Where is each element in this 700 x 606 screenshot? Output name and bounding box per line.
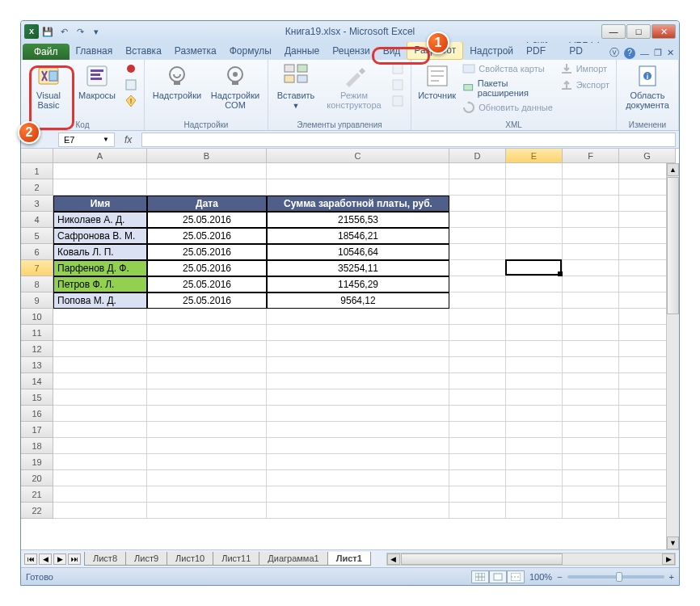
- cell-B17[interactable]: [147, 422, 267, 438]
- cell-D19[interactable]: [449, 454, 506, 470]
- cell-D5[interactable]: [449, 228, 506, 244]
- cell-A20[interactable]: [53, 470, 147, 486]
- cell-B2[interactable]: [147, 179, 267, 196]
- sheet-nav-last[interactable]: ⏭: [68, 553, 81, 565]
- row-header-21[interactable]: 21: [21, 486, 53, 503]
- sheet-nav-first[interactable]: ⏮: [24, 553, 37, 565]
- cell-D10[interactable]: [449, 309, 506, 325]
- scroll-up-button[interactable]: ▲: [667, 163, 679, 176]
- scroll-right-button[interactable]: ▶: [662, 553, 675, 565]
- close-button[interactable]: ✕: [652, 24, 676, 39]
- cell-E4[interactable]: [506, 212, 563, 228]
- cell-F4[interactable]: [563, 212, 619, 228]
- cell-B6[interactable]: 25.05.2016: [147, 244, 267, 260]
- cell-F12[interactable]: [563, 341, 619, 357]
- cell-A6[interactable]: Коваль Л. П.: [53, 244, 147, 260]
- name-box[interactable]: E7 ▼: [58, 133, 115, 147]
- undo-button[interactable]: ↶: [57, 24, 71, 39]
- row-header-17[interactable]: 17: [21, 422, 53, 438]
- wb-restore[interactable]: ❐: [654, 48, 662, 58]
- cell-B20[interactable]: [147, 470, 267, 486]
- insert-controls-button[interactable]: Вставить ▼: [273, 61, 318, 112]
- cell-B5[interactable]: 25.05.2016: [147, 228, 267, 244]
- row-header-9[interactable]: 9: [21, 292, 53, 309]
- row-header-13[interactable]: 13: [21, 357, 53, 373]
- tab-layout[interactable]: Разметка: [168, 43, 223, 60]
- cell-F2[interactable]: [563, 179, 619, 196]
- zoom-level[interactable]: 100%: [529, 572, 552, 582]
- help-button[interactable]: ?: [624, 48, 635, 59]
- cell-E22[interactable]: [506, 503, 563, 519]
- cell-B22[interactable]: [147, 503, 267, 519]
- cell-F18[interactable]: [563, 438, 619, 454]
- zoom-out-button[interactable]: −: [557, 572, 562, 582]
- cell-A19[interactable]: [53, 454, 147, 470]
- ribbon-min-icon[interactable]: ⓥ: [609, 46, 619, 60]
- cell-D4[interactable]: [449, 212, 506, 228]
- cell-C11[interactable]: [267, 325, 449, 341]
- cell-A4[interactable]: Николаев А. Д.: [53, 212, 147, 228]
- cell-C3[interactable]: Сумма заработной платы, руб.: [267, 196, 449, 212]
- cell-B16[interactable]: [147, 406, 267, 422]
- cell-E1[interactable]: [506, 163, 563, 179]
- cell-E17[interactable]: [506, 422, 563, 438]
- cell-F13[interactable]: [563, 357, 619, 373]
- column-header-F[interactable]: F: [563, 149, 619, 163]
- cell-C8[interactable]: 11456,29: [267, 276, 449, 292]
- cell-B18[interactable]: [147, 438, 267, 454]
- cell-E12[interactable]: [506, 341, 563, 357]
- cell-C9[interactable]: 9564,12: [267, 292, 449, 309]
- tab-addins[interactable]: Надстрой: [463, 43, 520, 60]
- run-dialog-button[interactable]: [390, 94, 406, 108]
- cell-E13[interactable]: [506, 357, 563, 373]
- cell-D1[interactable]: [449, 163, 506, 179]
- properties-button[interactable]: [390, 61, 406, 76]
- cell-F9[interactable]: [563, 292, 619, 309]
- column-header-E[interactable]: E: [506, 149, 563, 163]
- cell-B19[interactable]: [147, 454, 267, 470]
- cell-C5[interactable]: 18546,21: [267, 228, 449, 244]
- cell-E7[interactable]: [506, 260, 563, 276]
- cell-B11[interactable]: [147, 325, 267, 341]
- cell-A2[interactable]: [53, 179, 147, 196]
- cell-C19[interactable]: [267, 454, 449, 470]
- scroll-left-button[interactable]: ◀: [387, 553, 400, 565]
- cell-E10[interactable]: [506, 309, 563, 325]
- tab-view[interactable]: Вид: [377, 43, 407, 60]
- cell-B10[interactable]: [147, 309, 267, 325]
- cell-C16[interactable]: [267, 406, 449, 422]
- cell-D2[interactable]: [449, 179, 506, 196]
- sheet-nav-next[interactable]: ▶: [53, 553, 66, 565]
- macros-button[interactable]: Макросы: [74, 61, 120, 102]
- cell-E15[interactable]: [506, 389, 563, 406]
- design-mode-button[interactable]: Режим конструктора: [322, 61, 386, 112]
- select-all-corner[interactable]: [21, 149, 53, 163]
- wb-close[interactable]: ✕: [667, 48, 674, 58]
- row-header-3[interactable]: 3: [21, 196, 53, 212]
- sheet-tab-Лист8[interactable]: Лист8: [84, 552, 126, 566]
- cell-D8[interactable]: [449, 276, 506, 292]
- cell-D20[interactable]: [449, 470, 506, 486]
- cell-E20[interactable]: [506, 470, 563, 486]
- cell-B13[interactable]: [147, 357, 267, 373]
- cell-F6[interactable]: [563, 244, 619, 260]
- cell-F17[interactable]: [563, 422, 619, 438]
- cell-D3[interactable]: [449, 196, 506, 212]
- cell-C6[interactable]: 10546,64: [267, 244, 449, 260]
- cell-E16[interactable]: [506, 406, 563, 422]
- file-tab[interactable]: Файл: [23, 44, 70, 60]
- cell-C21[interactable]: [267, 486, 449, 503]
- record-macro-button[interactable]: [123, 61, 139, 76]
- cell-D15[interactable]: [449, 389, 506, 406]
- cell-D14[interactable]: [449, 373, 506, 389]
- cell-B14[interactable]: [147, 373, 267, 389]
- macro-security-button[interactable]: !: [123, 94, 139, 108]
- cell-F16[interactable]: [563, 406, 619, 422]
- cell-F11[interactable]: [563, 325, 619, 341]
- cell-A7[interactable]: Парфенов Д. Ф.: [53, 260, 147, 276]
- cell-D21[interactable]: [449, 486, 506, 503]
- row-header-2[interactable]: 2: [21, 179, 53, 196]
- cell-D17[interactable]: [449, 422, 506, 438]
- cell-C15[interactable]: [267, 389, 449, 406]
- formula-input[interactable]: [141, 133, 676, 147]
